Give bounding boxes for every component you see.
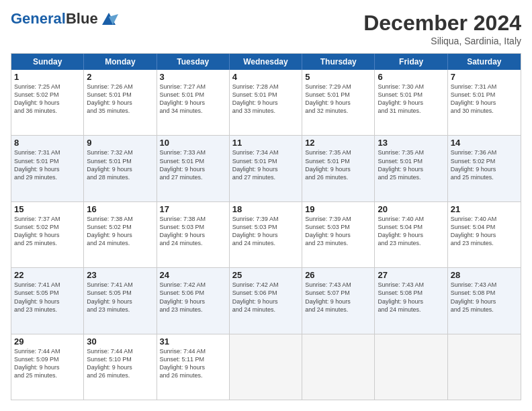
date-number: 18 [232,204,299,214]
calendar-cell-8: 8Sunrise: 7:31 AMSunset: 5:01 PMDaylight… [11,136,84,201]
calendar-body: 1Sunrise: 7:25 AMSunset: 5:02 PMDaylight… [11,70,521,400]
date-number: 5 [305,72,371,82]
cell-info: Sunrise: 7:41 AMSunset: 5:05 PMDaylight:… [87,281,153,314]
calendar-cell-26: 26Sunrise: 7:43 AMSunset: 5:07 PMDayligh… [302,268,375,333]
date-number: 17 [160,204,226,214]
date-number: 10 [160,138,226,148]
date-number: 6 [378,72,444,82]
calendar-row-2: 15Sunrise: 7:37 AMSunset: 5:02 PMDayligh… [11,201,521,267]
day-header-friday: Friday [375,54,447,70]
cell-info: Sunrise: 7:25 AMSunset: 5:02 PMDaylight:… [14,83,81,116]
cell-info: Sunrise: 7:28 AMSunset: 5:01 PMDaylight:… [232,83,299,116]
cell-info: Sunrise: 7:43 AMSunset: 5:08 PMDaylight:… [451,281,518,314]
cell-info: Sunrise: 7:41 AMSunset: 5:05 PMDaylight:… [14,281,81,314]
calendar-cell-empty [375,334,447,400]
calendar-cell-28: 28Sunrise: 7:43 AMSunset: 5:08 PMDayligh… [448,268,521,333]
date-number: 15 [14,204,81,214]
day-header-monday: Monday [84,54,157,70]
cell-info: Sunrise: 7:34 AMSunset: 5:01 PMDaylight:… [232,148,299,181]
day-header-thursday: Thursday [302,54,375,70]
cell-info: Sunrise: 7:42 AMSunset: 5:06 PMDaylight:… [160,281,226,314]
date-number: 1 [14,72,81,82]
logo-text: GeneralBlue [11,11,98,27]
calendar-cell-16: 16Sunrise: 7:38 AMSunset: 5:02 PMDayligh… [84,202,157,267]
date-number: 20 [378,204,444,214]
calendar-cell-17: 17Sunrise: 7:38 AMSunset: 5:03 PMDayligh… [157,202,230,267]
cell-info: Sunrise: 7:44 AMSunset: 5:09 PMDaylight:… [14,347,81,380]
cell-info: Sunrise: 7:38 AMSunset: 5:02 PMDaylight:… [87,215,153,248]
calendar-cell-9: 9Sunrise: 7:32 AMSunset: 5:01 PMDaylight… [84,136,157,201]
day-header-wednesday: Wednesday [230,54,302,70]
date-number: 12 [305,138,371,148]
date-number: 28 [451,270,518,280]
cell-info: Sunrise: 7:35 AMSunset: 5:01 PMDaylight:… [378,148,444,181]
calendar-cell-18: 18Sunrise: 7:39 AMSunset: 5:03 PMDayligh… [230,202,302,267]
cell-info: Sunrise: 7:27 AMSunset: 5:01 PMDaylight:… [160,83,226,116]
date-number: 24 [160,270,226,280]
calendar-cell-20: 20Sunrise: 7:40 AMSunset: 5:04 PMDayligh… [375,202,447,267]
cell-info: Sunrise: 7:38 AMSunset: 5:03 PMDaylight:… [160,215,226,248]
calendar-cell-6: 6Sunrise: 7:30 AMSunset: 5:01 PMDaylight… [375,70,447,135]
calendar-cell-24: 24Sunrise: 7:42 AMSunset: 5:06 PMDayligh… [157,268,230,333]
calendar-cell-empty [230,334,302,400]
calendar-cell-12: 12Sunrise: 7:35 AMSunset: 5:01 PMDayligh… [302,136,375,201]
calendar-row-4: 29Sunrise: 7:44 AMSunset: 5:09 PMDayligh… [11,334,521,400]
cell-info: Sunrise: 7:39 AMSunset: 5:03 PMDaylight:… [232,215,299,248]
calendar-cell-22: 22Sunrise: 7:41 AMSunset: 5:05 PMDayligh… [11,268,84,333]
cell-info: Sunrise: 7:30 AMSunset: 5:01 PMDaylight:… [378,83,444,116]
day-header-saturday: Saturday [448,54,521,70]
calendar-cell-3: 3Sunrise: 7:27 AMSunset: 5:01 PMDaylight… [157,70,230,135]
calendar-row-0: 1Sunrise: 7:25 AMSunset: 5:02 PMDaylight… [11,70,521,135]
calendar-cell-19: 19Sunrise: 7:39 AMSunset: 5:03 PMDayligh… [302,202,375,267]
calendar-cell-2: 2Sunrise: 7:26 AMSunset: 5:01 PMDaylight… [84,70,157,135]
date-number: 31 [160,336,226,347]
calendar-row-1: 8Sunrise: 7:31 AMSunset: 5:01 PMDaylight… [11,135,521,201]
calendar-cell-11: 11Sunrise: 7:34 AMSunset: 5:01 PMDayligh… [230,136,302,201]
calendar-cell-4: 4Sunrise: 7:28 AMSunset: 5:01 PMDaylight… [230,70,302,135]
calendar-cell-15: 15Sunrise: 7:37 AMSunset: 5:02 PMDayligh… [11,202,84,267]
date-number: 8 [14,138,81,148]
cell-info: Sunrise: 7:37 AMSunset: 5:02 PMDaylight:… [14,215,81,248]
cell-info: Sunrise: 7:44 AMSunset: 5:10 PMDaylight:… [87,347,153,380]
calendar-cell-5: 5Sunrise: 7:29 AMSunset: 5:01 PMDaylight… [302,70,375,135]
date-number: 29 [14,336,81,347]
calendar-cell-14: 14Sunrise: 7:36 AMSunset: 5:02 PMDayligh… [448,136,521,201]
calendar-cell-empty [302,334,375,400]
date-number: 26 [305,270,371,280]
cell-info: Sunrise: 7:40 AMSunset: 5:04 PMDaylight:… [378,215,444,248]
calendar-cell-23: 23Sunrise: 7:41 AMSunset: 5:05 PMDayligh… [84,268,157,333]
date-number: 23 [87,270,153,280]
cell-info: Sunrise: 7:35 AMSunset: 5:01 PMDaylight:… [305,148,371,181]
date-number: 9 [87,138,153,148]
date-number: 30 [87,336,153,347]
date-number: 14 [451,138,518,148]
calendar-row-3: 22Sunrise: 7:41 AMSunset: 5:05 PMDayligh… [11,267,521,333]
date-number: 3 [160,72,226,82]
cell-info: Sunrise: 7:31 AMSunset: 5:01 PMDaylight:… [14,148,81,181]
date-number: 4 [232,72,299,82]
date-number: 25 [232,270,299,280]
date-number: 21 [451,204,518,214]
calendar-header: SundayMondayTuesdayWednesdayThursdayFrid… [11,54,521,70]
date-number: 19 [305,204,371,214]
cell-info: Sunrise: 7:40 AMSunset: 5:04 PMDaylight:… [451,215,518,248]
page-header: GeneralBlue December 2024 Siliqua, Sardi… [11,11,521,46]
title-block: December 2024 Siliqua, Sardinia, Italy [363,11,521,46]
date-number: 7 [451,72,518,82]
day-header-sunday: Sunday [11,54,84,70]
cell-info: Sunrise: 7:43 AMSunset: 5:07 PMDaylight:… [305,281,371,314]
calendar-cell-13: 13Sunrise: 7:35 AMSunset: 5:01 PMDayligh… [375,136,447,201]
cell-info: Sunrise: 7:32 AMSunset: 5:01 PMDaylight:… [87,148,153,181]
cell-info: Sunrise: 7:29 AMSunset: 5:01 PMDaylight:… [305,83,371,116]
calendar-cell-25: 25Sunrise: 7:42 AMSunset: 5:06 PMDayligh… [230,268,302,333]
logo-icon [99,11,118,26]
location-subtitle: Siliqua, Sardinia, Italy [363,36,521,46]
logo: GeneralBlue [11,11,118,27]
cell-info: Sunrise: 7:26 AMSunset: 5:01 PMDaylight:… [87,83,153,116]
calendar-cell-27: 27Sunrise: 7:43 AMSunset: 5:08 PMDayligh… [375,268,447,333]
calendar-cell-10: 10Sunrise: 7:33 AMSunset: 5:01 PMDayligh… [157,136,230,201]
date-number: 13 [378,138,444,148]
date-number: 2 [87,72,153,82]
cell-info: Sunrise: 7:42 AMSunset: 5:06 PMDaylight:… [232,281,299,314]
cell-info: Sunrise: 7:36 AMSunset: 5:02 PMDaylight:… [451,148,518,181]
